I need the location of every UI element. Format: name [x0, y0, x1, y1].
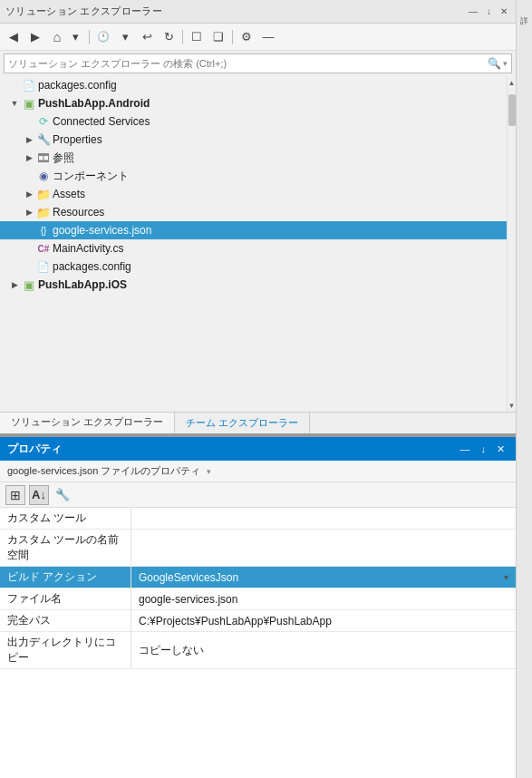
prop-pin-icon[interactable]: — — [457, 442, 474, 456]
tree-item[interactable]: ⟳ Connected Services — [0, 112, 507, 131]
tree-item[interactable]: 📁 Resources — [0, 203, 507, 221]
subtitle-dropdown[interactable]: ▾ — [207, 467, 211, 476]
tree-item[interactable]: ▣ PushLabApp.Android — [0, 94, 507, 112]
pin-icon[interactable]: — — [466, 5, 480, 17]
android-icon: ▣ — [22, 96, 36, 111]
minus-button[interactable]: — — [258, 27, 278, 47]
back-button[interactable]: ◀ — [4, 27, 24, 47]
item-label: google-services.json — [53, 224, 151, 237]
prop-name: カスタム ツールの名前空間 — [0, 530, 131, 566]
prop-value[interactable]: コピーしない — [131, 632, 516, 668]
prop-value[interactable]: C:¥Projects¥PushLabApp¥PushLabApp — [131, 610, 516, 631]
doc2-button[interactable]: ❑ — [208, 27, 228, 47]
toolbar-separator-2 — [182, 30, 183, 44]
properties-title-icons: — ↓ ✕ — [457, 442, 509, 456]
prop-value-text: C:¥Projects¥PushLabApp¥PushLabApp — [139, 615, 508, 627]
prop-row[interactable]: ファイル名 google-services.json — [0, 588, 516, 610]
search-dropdown[interactable]: ▾ — [503, 59, 508, 68]
doc1-button[interactable]: ☐ — [187, 27, 207, 47]
prop-row-selected[interactable]: ビルド アクション GoogleServicesJson ▾ — [0, 567, 516, 588]
home-button[interactable]: ⌂ — [47, 27, 67, 47]
scroll-up-arrow[interactable]: ▲ — [508, 76, 516, 89]
prop-row[interactable]: 出力ディレクトリにコピー コピーしない — [0, 632, 516, 669]
prop-value[interactable] — [131, 508, 516, 529]
expander[interactable] — [22, 132, 36, 147]
scroll-thumb[interactable] — [508, 94, 516, 126]
prop-row[interactable]: カスタム ツール — [0, 508, 516, 530]
prop-name: 完全パス — [0, 610, 131, 631]
item-label: MainActivity.cs — [53, 242, 123, 255]
properties-icon: 🔧 — [36, 132, 51, 147]
dropdown-arrow-icon[interactable]: ▾ — [504, 572, 508, 582]
cs-icon: C# — [36, 241, 51, 256]
dropdown-button[interactable]: ▾ — [115, 27, 135, 47]
titlebar-icons: — ↓ ✕ — [466, 5, 510, 17]
expander[interactable] — [7, 277, 22, 292]
tree-item[interactable]: 📁 Assets — [0, 185, 507, 203]
expander[interactable] — [22, 187, 36, 201]
toolbar-separator-1 — [89, 30, 90, 44]
tree-scrollbar[interactable]: ▲ ▼ — [507, 76, 516, 412]
settings-button[interactable]: ⚙ — [237, 27, 256, 47]
tree-item[interactable]: 📄 packages.config — [0, 258, 507, 276]
prop-dock-icon[interactable]: ↓ — [478, 442, 490, 456]
tree-item-selected[interactable]: {} google-services.json — [0, 221, 507, 239]
prop-sort-button[interactable]: ⊞ — [5, 485, 25, 505]
right-sidebar-strip: 詳 — [516, 0, 532, 778]
tab-bar: ソリューション エクスプローラー チーム エクスプローラー — [0, 412, 516, 433]
prop-value[interactable]: google-services.json — [131, 588, 516, 609]
prop-row[interactable]: 完全パス C:¥Projects¥PushLabApp¥PushLabApp — [0, 610, 516, 632]
config-icon: 📄 — [36, 259, 51, 274]
item-label: packages.config — [38, 79, 117, 92]
prop-row[interactable]: カスタム ツールの名前空間 — [0, 530, 516, 567]
toolbar-separator-3 — [232, 30, 233, 44]
prop-alpha-button[interactable]: A↓ — [29, 485, 49, 505]
history-button[interactable]: 🕐 — [93, 27, 113, 47]
expander[interactable] — [22, 151, 36, 165]
expander[interactable] — [7, 96, 22, 111]
component-icon: ◉ — [36, 169, 51, 183]
properties-table: カスタム ツール カスタム ツールの名前空間 ビ — [0, 508, 516, 778]
nav-dropdown[interactable]: ▾ — [69, 27, 82, 47]
solution-explorer-titlebar: ソリューション エクスプローラー — ↓ ✕ — [0, 0, 516, 24]
tree-content: 📄 packages.config ▣ PushLabApp.Android ⟳… — [0, 76, 516, 412]
item-label: PushLabApp.Android — [38, 97, 150, 110]
prop-value-text: google-services.json — [139, 593, 508, 606]
tree-item[interactable]: 📄 packages.config — [0, 76, 507, 94]
forward-button[interactable]: ▶ — [25, 27, 45, 47]
tab-label: チーム エクスプローラー — [186, 416, 298, 430]
strip-button-1[interactable]: 詳 — [518, 4, 531, 16]
tree-item[interactable]: ▣ PushLabApp.iOS — [0, 276, 507, 294]
refresh-button[interactable]: ↻ — [159, 27, 179, 47]
tab-team-explorer[interactable]: チーム エクスプローラー — [175, 413, 310, 433]
search-input[interactable] — [8, 58, 488, 69]
item-label: Properties — [53, 133, 102, 146]
item-label: 参照 — [53, 151, 74, 166]
close-icon[interactable]: ✕ — [498, 5, 510, 17]
item-label: PushLabApp.iOS — [38, 278, 127, 291]
tree-item[interactable]: 🔧 Properties — [0, 131, 507, 149]
prop-value[interactable] — [131, 530, 516, 566]
scroll-down-arrow[interactable]: ▼ — [508, 399, 516, 412]
undo-button[interactable]: ↩ — [137, 27, 157, 47]
subtitle-text: google-services.json ファイルのプロパティ — [7, 465, 200, 476]
item-label: コンポーネント — [53, 169, 129, 184]
tree-item[interactable]: C# MainActivity.cs — [0, 239, 507, 258]
ios-icon: ▣ — [22, 277, 36, 292]
tab-label: ソリューション エクスプローラー — [11, 415, 163, 429]
properties-title: プロパティ — [7, 442, 62, 457]
tree-item[interactable]: ◉ コンポーネント — [0, 167, 507, 185]
dock-icon[interactable]: ↓ — [484, 5, 494, 17]
tree-item[interactable]: ■■ 参照 — [0, 149, 507, 167]
tab-solution-explorer[interactable]: ソリューション エクスプローラー — [0, 413, 175, 433]
config-icon: 📄 — [22, 78, 36, 92]
search-icon[interactable]: 🔍 — [488, 57, 501, 70]
prop-name: 出力ディレクトリにコピー — [0, 632, 131, 668]
prop-close-icon[interactable]: ✕ — [493, 442, 508, 456]
prop-value[interactable]: GoogleServicesJson ▾ — [131, 567, 516, 588]
refs-icon: ■■ — [36, 151, 51, 165]
prop-wrench-button[interactable]: 🔧 — [53, 485, 73, 505]
properties-panel: プロパティ — ↓ ✕ google-services.json ファイルのプロ… — [0, 435, 516, 778]
expander[interactable] — [22, 205, 36, 219]
search-bar[interactable]: 🔍 ▾ — [4, 53, 512, 73]
